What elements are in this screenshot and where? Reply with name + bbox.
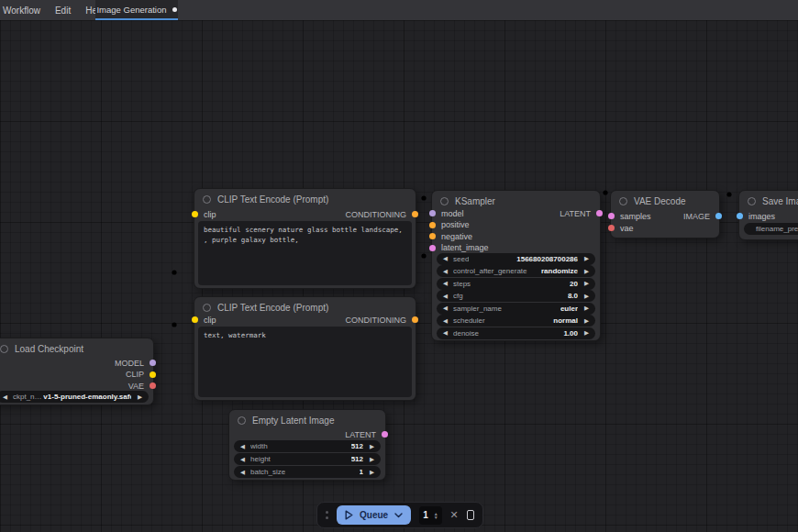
output-conditioning[interactable]: CONDITIONING — [346, 208, 419, 220]
batch-count-value: 1 — [423, 510, 428, 520]
widget-control-after-generate[interactable]: ◀ control_after_generate randomize ▶ — [437, 265, 595, 277]
tab-image-generation[interactable]: Image Generation — [95, 0, 178, 20]
menu-workflow[interactable]: Workflow — [3, 6, 40, 16]
widget-ckpt-name[interactable]: ◀ ckpt_name v1-5-pruned-emaonly.safete..… — [0, 391, 149, 403]
next-arrow-icon[interactable]: ▶ — [370, 443, 374, 450]
vae-port-icon[interactable] — [150, 382, 156, 389]
chevron-down-icon[interactable] — [394, 513, 403, 518]
next-arrow-icon[interactable]: ▶ — [138, 393, 142, 401]
conditioning-port-icon[interactable] — [429, 233, 436, 239]
collapse-dot-icon[interactable] — [0, 345, 8, 353]
prev-arrow-icon[interactable]: ◀ — [240, 469, 245, 476]
drag-handle[interactable] — [326, 511, 328, 519]
widget-batch-size[interactable]: ◀ batch_size 1 ▶ — [234, 466, 381, 478]
collapse-dot-icon[interactable] — [203, 195, 211, 204]
node-save-image[interactable]: Save Image images filename_prefix — [738, 190, 798, 240]
node-title-bar[interactable]: Save Image — [739, 191, 798, 211]
widget-filename-prefix[interactable]: filename_prefix — [744, 223, 798, 235]
clip-port-icon[interactable] — [192, 211, 198, 217]
node-ksampler[interactable]: KSampler LATENT model positive negative … — [431, 190, 601, 341]
queue-button[interactable]: Queue — [337, 505, 411, 525]
next-arrow-icon[interactable]: ▶ — [584, 317, 589, 325]
widget-cfg[interactable]: ◀ cfg 8.0 ▶ — [437, 290, 595, 302]
collapse-dot-icon[interactable] — [748, 197, 756, 205]
widget-height[interactable]: ◀ height 512 ▶ — [234, 453, 381, 465]
latent-port-icon[interactable] — [596, 210, 603, 216]
node-load-checkpoint[interactable]: Load Checkpoint MODEL CLIP VAE ◀ ckpt_na… — [0, 338, 154, 405]
next-arrow-icon[interactable]: ▶ — [370, 469, 374, 476]
conditioning-port-icon[interactable] — [429, 222, 436, 228]
widget-width[interactable]: ◀ width 512 ▶ — [234, 440, 381, 452]
widget-sampler-name[interactable]: ◀ sampler_name euler ▶ — [437, 303, 595, 315]
batch-count-input[interactable]: 1 ▲▼ — [419, 506, 441, 525]
latent-port-icon[interactable] — [382, 431, 388, 438]
batch-count-stepper[interactable]: ▲▼ — [434, 512, 438, 519]
input-clip[interactable]: clip — [192, 314, 216, 326]
prev-arrow-icon[interactable]: ◀ — [443, 317, 448, 325]
node-clip-text-encode-positive[interactable]: CLIP Text Encode (Prompt) clip CONDITION… — [194, 188, 416, 289]
node-vae-decode[interactable]: VAE Decode samples vae IMAGE — [610, 190, 720, 238]
collapse-dot-icon[interactable] — [203, 304, 211, 312]
prev-arrow-icon[interactable]: ◀ — [240, 443, 245, 450]
prev-arrow-icon[interactable]: ◀ — [3, 393, 7, 401]
vae-port-icon[interactable] — [608, 225, 615, 231]
widget-denoise[interactable]: ◀ denoise 1.00 ▶ — [437, 327, 595, 339]
output-model[interactable]: MODEL — [115, 357, 156, 369]
next-arrow-icon[interactable]: ▶ — [584, 293, 589, 300]
input-vae[interactable]: vae — [608, 222, 634, 234]
collapse-dot-icon[interactable] — [238, 416, 246, 425]
next-arrow-icon[interactable]: ▶ — [584, 255, 589, 262]
widget-scheduler[interactable]: ◀ scheduler normal ▶ — [437, 315, 595, 327]
node-empty-latent-image[interactable]: Empty Latent Image LATENT ◀ width 512 ▶ … — [228, 409, 386, 481]
node-title-bar[interactable]: CLIP Text Encode (Prompt) — [194, 189, 416, 209]
prev-arrow-icon[interactable]: ◀ — [443, 268, 448, 275]
latent-port-icon[interactable] — [429, 245, 436, 251]
next-arrow-icon[interactable]: ▶ — [584, 305, 589, 312]
model-port-icon[interactable] — [150, 360, 156, 366]
input-clip[interactable]: clip — [192, 208, 216, 220]
model-port-icon[interactable] — [429, 210, 436, 216]
output-conditioning[interactable]: CONDITIONING — [346, 314, 419, 326]
clip-port-icon[interactable] — [192, 316, 198, 323]
clip-port-icon[interactable] — [150, 371, 156, 378]
prev-arrow-icon[interactable]: ◀ — [443, 293, 448, 300]
output-image[interactable]: IMAGE — [683, 210, 722, 222]
image-port-icon[interactable] — [715, 213, 722, 219]
stop-icon[interactable] — [467, 510, 474, 520]
positive-prompt-textarea[interactable]: beautiful scenery nature glass bottle la… — [198, 221, 412, 285]
node-title-bar[interactable]: Empty Latent Image — [229, 410, 385, 430]
prev-arrow-icon[interactable]: ◀ — [443, 255, 448, 262]
node-clip-text-encode-negative[interactable]: CLIP Text Encode (Prompt) clip CONDITION… — [194, 296, 416, 401]
input-samples[interactable]: samples — [608, 210, 651, 222]
menu-edit[interactable]: Edit — [55, 6, 71, 16]
collapse-dot-icon[interactable] — [619, 197, 627, 205]
latent-port-icon[interactable] — [608, 213, 615, 219]
widget-steps[interactable]: ◀ steps 20 ▶ — [437, 278, 595, 290]
negative-prompt-textarea[interactable]: text, watermark — [198, 327, 412, 397]
prev-arrow-icon[interactable]: ◀ — [240, 456, 245, 463]
node-title-bar[interactable]: VAE Decode — [611, 191, 719, 211]
graph-canvas[interactable]: Load Checkpoint MODEL CLIP VAE ◀ ckpt_na… — [0, 20, 798, 532]
input-model[interactable]: model — [429, 207, 464, 219]
clear-queue-icon[interactable]: ✕ — [450, 510, 459, 520]
conditioning-port-icon[interactable] — [412, 316, 418, 323]
prev-arrow-icon[interactable]: ◀ — [443, 305, 448, 312]
image-port-icon[interactable] — [737, 213, 743, 219]
conditioning-port-icon[interactable] — [412, 211, 418, 217]
output-latent[interactable]: LATENT — [345, 428, 388, 440]
prev-arrow-icon[interactable]: ◀ — [443, 280, 448, 287]
output-clip[interactable]: CLIP — [126, 369, 156, 381]
next-arrow-icon[interactable]: ▶ — [370, 456, 374, 463]
next-arrow-icon[interactable]: ▶ — [584, 268, 589, 275]
next-arrow-icon[interactable]: ▶ — [584, 329, 589, 337]
input-positive[interactable]: positive — [429, 219, 470, 231]
widget-seed[interactable]: ◀ seed 156680208700286 ▶ — [437, 253, 595, 265]
input-images[interactable]: images — [737, 210, 775, 222]
node-title-bar[interactable]: Load Checkpoint — [0, 338, 153, 359]
input-negative[interactable]: negative — [429, 230, 472, 242]
next-arrow-icon[interactable]: ▶ — [584, 280, 589, 287]
collapse-dot-icon[interactable] — [440, 197, 449, 205]
input-latent-image[interactable]: latent_image — [429, 242, 489, 254]
prev-arrow-icon[interactable]: ◀ — [443, 329, 448, 337]
output-latent[interactable]: LATENT — [560, 207, 603, 219]
